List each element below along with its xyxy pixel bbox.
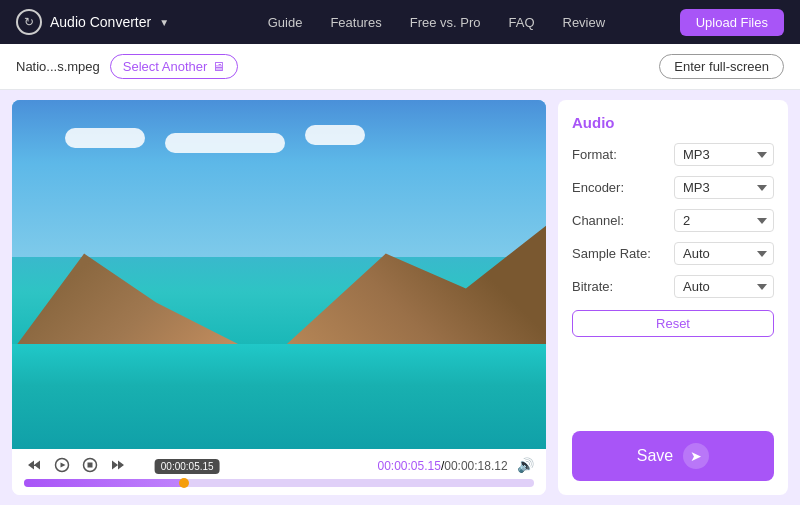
- toolbar: Natio...s.mpeg Select Another 🖥 Enter fu…: [0, 44, 800, 90]
- bitrate-select[interactable]: Auto 128k 192k 320k: [674, 275, 774, 298]
- progress-wrapper: 00:00:05.15: [24, 479, 534, 487]
- navbar-links: Guide Features Free vs. Pro FAQ Review: [193, 15, 680, 30]
- save-label: Save: [637, 447, 673, 465]
- video-container: [12, 100, 546, 449]
- time-current: 00:00:05.15: [378, 459, 441, 473]
- settings-title: Audio: [572, 114, 774, 131]
- format-row: Format: MP3 AAC WAV FLAC: [572, 143, 774, 166]
- svg-rect-2: [88, 463, 93, 468]
- channel-row: Channel: 2 1: [572, 209, 774, 232]
- toolbar-left: Natio...s.mpeg Select Another 🖥: [16, 54, 238, 79]
- stop-button[interactable]: [80, 455, 100, 475]
- channel-label: Channel:: [572, 213, 624, 228]
- nav-review[interactable]: Review: [563, 15, 606, 30]
- encoder-select[interactable]: MP3 AAC: [674, 176, 774, 199]
- fullscreen-button[interactable]: Enter full-screen: [659, 54, 784, 79]
- bitrate-label: Bitrate:: [572, 279, 613, 294]
- rewind-button[interactable]: [24, 455, 44, 475]
- main-area: 00:00:05.15/00:00:18.12 🔊 00:00:05.15 Au…: [0, 90, 800, 505]
- play-button[interactable]: [52, 455, 72, 475]
- upload-files-button[interactable]: Upload Files: [680, 9, 784, 36]
- video-sky: [12, 100, 546, 257]
- select-another-label: Select Another: [123, 59, 208, 74]
- progress-bar[interactable]: [24, 479, 534, 487]
- monitor-icon: 🖥: [212, 59, 225, 74]
- nav-guide[interactable]: Guide: [268, 15, 303, 30]
- brand-icon: ↻: [16, 9, 42, 35]
- cloud-3: [305, 125, 365, 145]
- format-select[interactable]: MP3 AAC WAV FLAC: [674, 143, 774, 166]
- encoder-label: Encoder:: [572, 180, 624, 195]
- file-name: Natio...s.mpeg: [16, 59, 100, 74]
- video-clouds: [65, 128, 519, 153]
- bitrate-row: Bitrate: Auto 128k 192k 320k: [572, 275, 774, 298]
- progress-tooltip: 00:00:05.15: [155, 459, 220, 474]
- video-panel: 00:00:05.15/00:00:18.12 🔊 00:00:05.15: [12, 100, 546, 495]
- forward-icon: [110, 457, 126, 473]
- rewind-icon: [26, 457, 42, 473]
- nav-faq[interactable]: FAQ: [508, 15, 534, 30]
- progress-fill: [24, 479, 187, 487]
- time-display: 00:00:05.15/00:00:18.12 🔊: [378, 457, 535, 473]
- video-scene: [12, 100, 546, 449]
- settings-panel: Audio Format: MP3 AAC WAV FLAC Encoder: …: [558, 100, 788, 495]
- volume-icon[interactable]: 🔊: [517, 457, 534, 473]
- cloud-2: [165, 133, 285, 153]
- time-total: 00:00:18.12: [444, 459, 507, 473]
- sample-rate-select[interactable]: Auto 44100 48000: [674, 242, 774, 265]
- select-another-button[interactable]: Select Another 🖥: [110, 54, 239, 79]
- video-controls: 00:00:05.15/00:00:18.12 🔊 00:00:05.15: [12, 449, 546, 495]
- controls-left: [24, 455, 128, 475]
- play-icon: [54, 457, 70, 473]
- reset-button[interactable]: Reset: [572, 310, 774, 337]
- controls-row: 00:00:05.15/00:00:18.12 🔊: [24, 455, 534, 475]
- stop-icon: [82, 457, 98, 473]
- format-label: Format:: [572, 147, 617, 162]
- sample-rate-label: Sample Rate:: [572, 246, 651, 261]
- nav-features[interactable]: Features: [330, 15, 381, 30]
- navbar: ↻ Audio Converter ▼ Guide Features Free …: [0, 0, 800, 44]
- brand: ↻ Audio Converter ▼: [16, 9, 169, 35]
- brand-name: Audio Converter: [50, 14, 151, 30]
- cloud-1: [65, 128, 145, 148]
- brand-dropdown-icon[interactable]: ▼: [159, 17, 169, 28]
- progress-thumb: [179, 478, 189, 488]
- channel-select[interactable]: 2 1: [674, 209, 774, 232]
- encoder-row: Encoder: MP3 AAC: [572, 176, 774, 199]
- forward-button[interactable]: [108, 455, 128, 475]
- save-button[interactable]: Save ➤: [572, 431, 774, 481]
- nav-free-vs-pro[interactable]: Free vs. Pro: [410, 15, 481, 30]
- save-icon: ➤: [683, 443, 709, 469]
- video-water: [12, 344, 546, 449]
- sample-rate-row: Sample Rate: Auto 44100 48000: [572, 242, 774, 265]
